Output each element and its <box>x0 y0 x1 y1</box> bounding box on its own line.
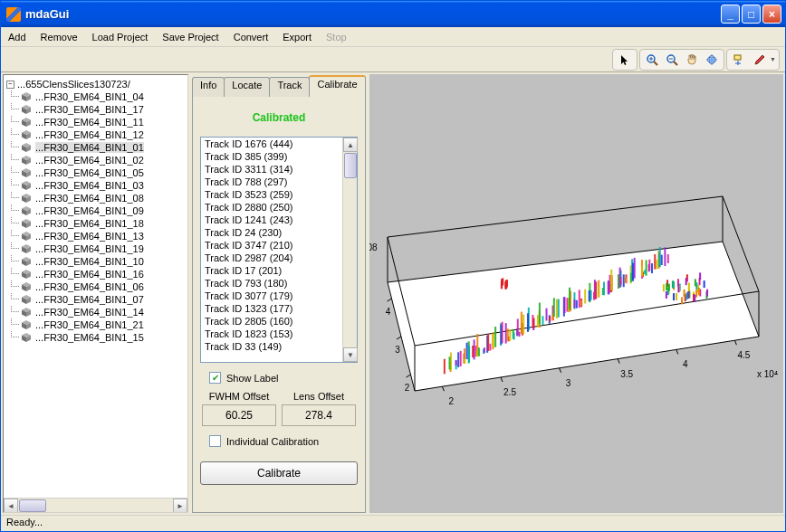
tree-item[interactable]: ...FR30_EM64_BIN1_06 <box>21 280 187 293</box>
tree-item[interactable]: ...FR30_EM64_BIN1_19 <box>21 242 187 255</box>
menu-export[interactable]: Export <box>283 32 312 43</box>
track-list-item[interactable]: Track ID 3747 (210) <box>201 239 342 252</box>
menu-add[interactable]: Add <box>8 32 26 43</box>
rotate3d-icon[interactable] <box>703 51 721 69</box>
fwhm-offset-value[interactable]: 60.25 <box>202 404 276 426</box>
tree-horizontal-scrollbar[interactable]: ◄ ► <box>4 498 187 512</box>
show-label-checkbox[interactable]: ✔ <box>209 372 221 384</box>
svg-rect-207 <box>666 291 667 299</box>
menu-load-project[interactable]: Load Project <box>92 32 149 43</box>
data-cursor-icon[interactable] <box>730 51 748 69</box>
list-vertical-scrollbar[interactable]: ▲ ▼ <box>342 138 357 362</box>
pan-icon[interactable] <box>683 51 701 69</box>
minimize-button[interactable]: _ <box>721 5 740 24</box>
file-tree-panel: − ...655ClensSlices130723/ ...FR30_EM64_… <box>3 74 188 513</box>
tab-locate[interactable]: Locate <box>224 77 270 97</box>
tree-item[interactable]: ...FR30_EM64_BIN1_10 <box>21 255 187 268</box>
tree-item[interactable]: ...FR30_EM64_BIN1_09 <box>21 204 187 217</box>
collapse-icon[interactable]: − <box>6 81 14 89</box>
svg-rect-195 <box>677 285 679 292</box>
tree-item[interactable]: ...FR30_EM64_BIN1_11 <box>21 116 187 128</box>
svg-rect-181 <box>695 279 696 286</box>
tree-item[interactable]: ...FR30_EM64_BIN1_13 <box>21 230 187 242</box>
zoom-out-icon[interactable] <box>663 51 681 69</box>
tree-item[interactable]: ...FR30_EM64_BIN1_16 <box>21 268 187 280</box>
scroll-down-icon[interactable]: ▼ <box>343 347 358 362</box>
scroll-thumb[interactable] <box>344 153 357 178</box>
tab-calibrate[interactable]: Calibrate <box>309 75 365 95</box>
zoom-in-icon[interactable] <box>643 51 661 69</box>
scroll-left-icon[interactable]: ◄ <box>4 499 18 513</box>
tree-item[interactable]: ...FR30_EM64_BIN1_04 <box>21 90 187 103</box>
svg-rect-147 <box>651 263 653 273</box>
svg-line-29 <box>560 368 561 373</box>
track-list-item[interactable]: Track ID 793 (180) <box>201 277 342 290</box>
menu-save-project[interactable]: Save Project <box>162 32 218 43</box>
tree-item-label: ...FR30_EM64_BIN1_21 <box>35 319 144 330</box>
track-list-item[interactable]: Track ID 1241 (243) <box>201 214 342 226</box>
tree-item[interactable]: ...FR30_EM64_BIN1_07 <box>21 293 187 306</box>
svg-rect-185 <box>684 290 685 297</box>
tree-item[interactable]: ...FR30_EM64_BIN1_17 <box>21 103 187 116</box>
track-list-item[interactable]: Track ID 24 (230) <box>201 226 342 239</box>
calibrate-button[interactable]: Calibrate <box>200 461 358 485</box>
track-list-item[interactable]: Track ID 1676 (444) <box>201 138 342 150</box>
track-list-item[interactable]: Track ID 2805 (160) <box>201 315 342 328</box>
brush-icon[interactable] <box>750 51 768 69</box>
tab-info[interactable]: Info <box>192 77 225 97</box>
tree-item[interactable]: ...FR30_EM64_BIN1_12 <box>21 128 187 141</box>
tree-item-label: ...FR30_EM64_BIN1_07 <box>35 294 144 305</box>
scroll-up-icon[interactable]: ▲ <box>343 138 358 152</box>
tree-item-label: ...FR30_EM64_BIN1_06 <box>35 281 144 292</box>
track-list-item[interactable]: Track ID 17 (201) <box>201 264 342 277</box>
svg-rect-112 <box>584 290 586 304</box>
tree-root-label: ...655ClensSlices130723/ <box>17 79 130 90</box>
track-list-item[interactable]: Track ID 385 (399) <box>201 150 342 163</box>
track-list-item[interactable]: Track ID 2987 (204) <box>201 252 342 264</box>
app-icon <box>6 7 21 22</box>
tree-item[interactable]: ...FR30_EM64_BIN1_02 <box>21 154 187 166</box>
svg-rect-140 <box>634 258 636 279</box>
track-list-item[interactable]: Track ID 33 (149) <box>201 340 342 353</box>
plot-3d[interactable]: 50843222.533.544.5x 10⁴ <box>369 74 785 508</box>
tree-item[interactable]: ...FR30_EM64_BIN1_15 <box>21 331 187 344</box>
menubar: Add Remove Load Project Save Project Con… <box>1 27 785 47</box>
individual-calibration-checkbox[interactable] <box>209 435 221 447</box>
track-list-item[interactable]: Track ID 2880 (250) <box>201 201 342 214</box>
track-listbox[interactable]: Track ID 1676 (444)Track ID 385 (399)Tra… <box>201 138 342 362</box>
tree-item[interactable]: ...FR30_EM64_BIN1_18 <box>21 217 187 230</box>
pointer-tool-icon[interactable] <box>616 51 634 69</box>
track-list-item[interactable]: Track ID 3311 (314) <box>201 163 342 176</box>
track-list-item[interactable]: Track ID 3523 (259) <box>201 188 342 201</box>
track-list-item[interactable]: Track ID 1823 (153) <box>201 328 342 340</box>
tree-item[interactable]: ...FR30_EM64_BIN1_05 <box>21 166 187 179</box>
scroll-right-icon[interactable]: ► <box>173 499 187 513</box>
tree-root[interactable]: − ...655ClensSlices130723/ <box>6 78 187 90</box>
lens-offset-value[interactable]: 278.4 <box>282 404 356 426</box>
menu-remove[interactable]: Remove <box>41 32 78 43</box>
tree-item[interactable]: ...FR30_EM64_BIN1_08 <box>21 192 187 204</box>
close-button[interactable]: × <box>762 5 781 24</box>
track-list-item[interactable]: Track ID 788 (297) <box>201 176 342 188</box>
tree-item[interactable]: ...FR30_EM64_BIN1_03 <box>21 179 187 192</box>
track-list-item[interactable]: Track ID 3077 (179) <box>201 290 342 302</box>
maximize-button[interactable]: □ <box>742 5 761 24</box>
tree-item-label: ...FR30_EM64_BIN1_02 <box>35 155 144 166</box>
svg-rect-128 <box>610 270 612 290</box>
menu-convert[interactable]: Convert <box>234 32 269 43</box>
plot-3d-panel[interactable]: 50843222.533.544.5x 10⁴ <box>369 74 783 513</box>
svg-rect-122 <box>603 281 605 295</box>
svg-rect-105 <box>569 288 570 309</box>
tree-item[interactable]: ...FR30_EM64_BIN1_01 <box>21 141 187 154</box>
svg-line-21 <box>397 337 401 339</box>
tab-track[interactable]: Track <box>269 77 310 97</box>
svg-rect-114 <box>590 290 592 300</box>
svg-rect-135 <box>625 277 627 282</box>
scroll-thumb[interactable] <box>19 499 46 512</box>
tree-item[interactable]: ...FR30_EM64_BIN1_21 <box>21 318 187 331</box>
menu-stop: Stop <box>326 32 347 43</box>
tree-item[interactable]: ...FR30_EM64_BIN1_14 <box>21 306 187 318</box>
svg-rect-204 <box>699 272 701 280</box>
fwhm-offset-label: FWHM Offset <box>202 391 276 402</box>
track-list-item[interactable]: Track ID 1323 (177) <box>201 302 342 315</box>
